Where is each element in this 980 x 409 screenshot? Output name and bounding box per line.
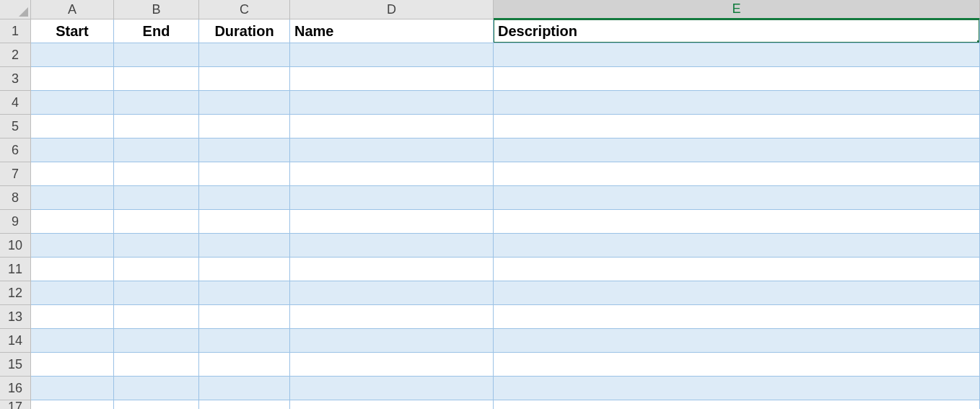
cell-E12[interactable] (494, 281, 980, 305)
cell-A4[interactable] (31, 91, 114, 115)
cell-C7[interactable] (199, 162, 290, 186)
cell-E10[interactable] (494, 234, 980, 258)
cell-C4[interactable] (199, 91, 290, 115)
cell-B12[interactable] (114, 281, 199, 305)
cell-E8[interactable] (494, 186, 980, 210)
cell-A16[interactable] (31, 377, 114, 400)
cell-B14[interactable] (114, 329, 199, 353)
cell-B16[interactable] (114, 377, 199, 400)
cell-C2[interactable] (199, 43, 290, 67)
cell-A1[interactable]: Start (31, 19, 114, 43)
cell-D5[interactable] (290, 115, 494, 138)
cell-A14[interactable] (31, 329, 114, 353)
cell-C8[interactable] (199, 186, 290, 210)
column-header-C[interactable]: C (199, 0, 290, 19)
cell-E5[interactable] (494, 115, 980, 138)
row-header-4[interactable]: 4 (0, 91, 31, 115)
cell-B9[interactable] (114, 210, 199, 234)
cell-D15[interactable] (290, 353, 494, 377)
cell-A9[interactable] (31, 210, 114, 234)
select-all-corner[interactable] (0, 0, 31, 19)
cell-C6[interactable] (199, 138, 290, 162)
column-header-D[interactable]: D (290, 0, 494, 19)
row-header-11[interactable]: 11 (0, 258, 31, 281)
cell-A12[interactable] (31, 281, 114, 305)
cell-E14[interactable] (494, 329, 980, 353)
cell-C13[interactable] (199, 305, 290, 329)
row-header-1[interactable]: 1 (0, 19, 31, 43)
cell-D14[interactable] (290, 329, 494, 353)
cell-C9[interactable] (199, 210, 290, 234)
row-header-14[interactable]: 14 (0, 329, 31, 353)
row-header-15[interactable]: 15 (0, 353, 31, 377)
cell-E9[interactable] (494, 210, 980, 234)
cell-A15[interactable] (31, 353, 114, 377)
cell-E6[interactable] (494, 138, 980, 162)
cell-B4[interactable] (114, 91, 199, 115)
cell-A5[interactable] (31, 115, 114, 138)
cell-E17[interactable] (494, 400, 980, 409)
cell-A2[interactable] (31, 43, 114, 67)
cell-C17[interactable] (199, 400, 290, 409)
column-header-E[interactable]: E (494, 0, 980, 19)
cell-D11[interactable] (290, 258, 494, 281)
cell-D12[interactable] (290, 281, 494, 305)
row-header-9[interactable]: 9 (0, 210, 31, 234)
row-header-13[interactable]: 13 (0, 305, 31, 329)
cell-B5[interactable] (114, 115, 199, 138)
cell-B15[interactable] (114, 353, 199, 377)
row-header-10[interactable]: 10 (0, 234, 31, 258)
cell-D17[interactable] (290, 400, 494, 409)
cell-C12[interactable] (199, 281, 290, 305)
cell-D10[interactable] (290, 234, 494, 258)
cell-A7[interactable] (31, 162, 114, 186)
cell-D4[interactable] (290, 91, 494, 115)
column-header-B[interactable]: B (114, 0, 199, 19)
cell-D7[interactable] (290, 162, 494, 186)
row-header-6[interactable]: 6 (0, 138, 31, 162)
cell-C11[interactable] (199, 258, 290, 281)
row-header-17[interactable]: 17 (0, 400, 31, 409)
cell-B2[interactable] (114, 43, 199, 67)
cell-A8[interactable] (31, 186, 114, 210)
cell-D8[interactable] (290, 186, 494, 210)
row-header-8[interactable]: 8 (0, 186, 31, 210)
cell-E1[interactable]: Description (494, 19, 980, 43)
cell-E15[interactable] (494, 353, 980, 377)
cell-C1[interactable]: Duration (199, 19, 290, 43)
row-header-3[interactable]: 3 (0, 67, 31, 91)
row-header-5[interactable]: 5 (0, 115, 31, 138)
cell-B11[interactable] (114, 258, 199, 281)
cell-C15[interactable] (199, 353, 290, 377)
cell-D3[interactable] (290, 67, 494, 91)
cell-B1[interactable]: End (114, 19, 199, 43)
cell-A6[interactable] (31, 138, 114, 162)
row-header-16[interactable]: 16 (0, 377, 31, 400)
row-header-7[interactable]: 7 (0, 162, 31, 186)
cell-E4[interactable] (494, 91, 980, 115)
cell-D6[interactable] (290, 138, 494, 162)
cell-C5[interactable] (199, 115, 290, 138)
cell-D1[interactable]: Name (290, 19, 494, 43)
row-header-2[interactable]: 2 (0, 43, 31, 67)
cell-E7[interactable] (494, 162, 980, 186)
cell-B7[interactable] (114, 162, 199, 186)
cell-D13[interactable] (290, 305, 494, 329)
cell-D2[interactable] (290, 43, 494, 67)
cell-C10[interactable] (199, 234, 290, 258)
cell-B6[interactable] (114, 138, 199, 162)
cell-B8[interactable] (114, 186, 199, 210)
cell-E13[interactable] (494, 305, 980, 329)
cell-C16[interactable] (199, 377, 290, 400)
cell-E16[interactable] (494, 377, 980, 400)
cell-A17[interactable] (31, 400, 114, 409)
cell-B13[interactable] (114, 305, 199, 329)
cell-C3[interactable] (199, 67, 290, 91)
cell-D16[interactable] (290, 377, 494, 400)
cell-E3[interactable] (494, 67, 980, 91)
cell-B10[interactable] (114, 234, 199, 258)
cell-E2[interactable] (494, 43, 980, 67)
column-header-A[interactable]: A (31, 0, 114, 19)
cell-A13[interactable] (31, 305, 114, 329)
cell-C14[interactable] (199, 329, 290, 353)
